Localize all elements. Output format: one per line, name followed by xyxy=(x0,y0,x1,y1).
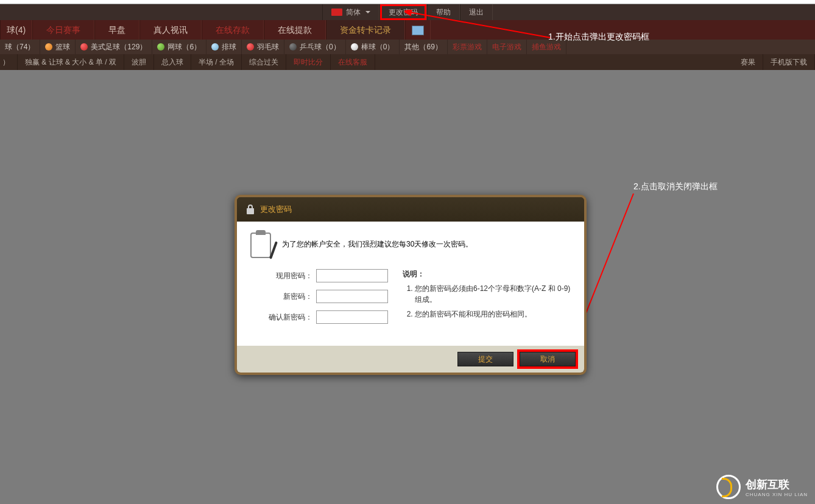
sub-score[interactable]: 波胆 xyxy=(124,54,154,70)
dialog-body: 为了您的帐户安全，我们强烈建议您每30天修改一次密码。 现用密码： 新密码： 确… xyxy=(237,222,584,346)
explain-item-2: 您的新密码不能和现用的密码相同。 xyxy=(415,309,573,320)
sport-badminton[interactable]: 羽毛球 xyxy=(242,40,284,54)
tennis-icon xyxy=(157,43,164,51)
new-password-input[interactable] xyxy=(316,290,388,303)
monitor-icon xyxy=(412,26,424,35)
sport-amfootball[interactable]: 美式足球（129） xyxy=(76,40,152,54)
change-password-label: 更改密码 xyxy=(389,4,418,20)
submit-button[interactable]: 提交 xyxy=(457,352,513,366)
annotation-text-2: 2.点击取消关闭弹出框 xyxy=(633,181,718,192)
sport-ball74[interactable]: 球（74） xyxy=(0,40,40,54)
sports-nav: 球（74） 篮球 美式足球（129） 网球（6） 排球 羽毛球 乒乓球（0） 棒… xyxy=(0,40,815,54)
amfootball-icon xyxy=(80,43,88,51)
main-tabs: 球(4) 今日赛事 早盘 真人视讯 在线存款 在线提款 资金转卡记录 xyxy=(0,20,815,40)
sub-totalgoal[interactable]: 总入球 xyxy=(154,54,191,70)
main-tab-ball[interactable]: 球(4) xyxy=(0,20,32,40)
sport-baseball[interactable]: 棒球（0） xyxy=(346,40,400,54)
sport-other[interactable]: 其他（69） xyxy=(400,40,447,54)
sub-nav-right: 赛果 手机版下载 xyxy=(733,54,815,70)
confirm-password-input[interactable] xyxy=(316,310,388,324)
form-left: 现用密码： 新密码： 确认新密码： xyxy=(248,269,388,331)
help-label: 帮助 xyxy=(436,4,451,20)
confirm-password-row: 确认新密码： xyxy=(248,310,388,324)
form-right: 说明： 您的新密码必须由6-12个字母和数字(A-Z 和 0-9)组成。 您的新… xyxy=(388,269,573,323)
exit-link[interactable]: 退出 xyxy=(460,4,493,20)
window-titlebar xyxy=(0,0,815,4)
sub-results[interactable]: 赛果 xyxy=(733,54,763,70)
current-password-input[interactable] xyxy=(316,269,388,282)
brand-logo-icon xyxy=(716,475,741,499)
confirm-password-label: 确认新密码： xyxy=(269,312,312,323)
sub-paren: ） xyxy=(0,54,18,70)
sub-livescore[interactable]: 即时比分 xyxy=(286,54,331,70)
brand-logo-text: 创新互联 CHUANG XIN HU LIAN xyxy=(746,477,808,497)
basketball-icon xyxy=(45,43,52,51)
sport-lottery[interactable]: 彩票游戏 xyxy=(448,40,487,54)
brand-logo: 创新互联 CHUANG XIN HU LIAN xyxy=(716,475,808,499)
current-password-row: 现用密码： xyxy=(248,269,388,282)
explain-list: 您的新密码必须由6-12个字母和数字(A-Z 和 0-9)组成。 您的新密码不能… xyxy=(403,283,573,320)
chevron-down-icon xyxy=(365,11,370,13)
dialog-header: 更改密码 xyxy=(237,197,584,222)
clipboard-icon xyxy=(248,230,273,258)
annotation-text-1: 1.开始点击弹出更改密码框 xyxy=(548,32,649,43)
sub-handicap[interactable]: 独赢 & 让球 & 大小 & 单 / 双 xyxy=(18,54,124,70)
new-password-label: 新密码： xyxy=(283,292,312,302)
top-nav: 简体 更改密码 帮助 退出 xyxy=(0,4,815,20)
help-link[interactable]: 帮助 xyxy=(427,4,460,20)
baseball-icon xyxy=(351,43,358,51)
volleyball-icon xyxy=(211,43,219,51)
main-tab-live[interactable]: 真人视讯 xyxy=(139,20,202,40)
main-tab-early[interactable]: 早盘 xyxy=(94,20,139,40)
change-password-link[interactable]: 更改密码 xyxy=(379,4,427,20)
main-tab-deposit[interactable]: 在线存款 xyxy=(202,20,264,40)
sub-nav: ） 独赢 & 让球 & 大小 & 单 / 双 波胆 总入球 半场 / 全场 综合… xyxy=(0,54,815,70)
sport-tennis[interactable]: 网球（6） xyxy=(152,40,206,54)
dialog-intro-text: 为了您的帐户安全，我们强烈建议您每30天修改一次密码。 xyxy=(282,239,473,250)
current-password-label: 现用密码： xyxy=(276,271,312,281)
app-root: 简体 更改密码 帮助 退出 球(4) 今日赛事 早盘 真人视讯 在线存款 在线提… xyxy=(0,0,815,504)
dialog-footer: 提交 取消 xyxy=(237,346,584,373)
main-tab-monitor[interactable] xyxy=(405,20,431,40)
sub-service[interactable]: 在线客服 xyxy=(331,54,375,70)
language-label: 简体 xyxy=(346,4,361,20)
main-tab-today[interactable]: 今日赛事 xyxy=(32,20,94,40)
pingpong-icon xyxy=(289,43,297,51)
exit-label: 退出 xyxy=(469,4,484,20)
main-tab-transfer[interactable]: 资金转卡记录 xyxy=(326,20,405,40)
badminton-icon xyxy=(247,43,254,51)
dialog-title: 更改密码 xyxy=(260,204,292,215)
sport-egame[interactable]: 电子游戏 xyxy=(487,40,527,54)
lock-icon xyxy=(245,204,255,215)
sport-basketball[interactable]: 篮球 xyxy=(40,40,76,54)
explain-title: 说明： xyxy=(403,269,573,279)
new-password-row: 新密码： xyxy=(248,290,388,303)
sport-pingpong[interactable]: 乒乓球（0） xyxy=(284,40,346,54)
dialog-intro: 为了您的帐户安全，我们强烈建议您每30天修改一次密码。 xyxy=(248,230,573,258)
sub-halffull[interactable]: 半场 / 全场 xyxy=(191,54,242,70)
dialog-form: 现用密码： 新密码： 确认新密码： 说明： 您的新密码必须由6 xyxy=(248,269,573,331)
sub-parlay[interactable]: 综合过关 xyxy=(242,54,286,70)
flag-icon xyxy=(331,9,342,16)
change-password-dialog: 更改密码 为了您的帐户安全，我们强烈建议您每30天修改一次密码。 现用密码： 新… xyxy=(235,195,587,375)
main-tab-withdraw[interactable]: 在线提款 xyxy=(264,20,326,40)
cancel-button[interactable]: 取消 xyxy=(520,352,576,366)
sport-volleyball[interactable]: 排球 xyxy=(206,40,242,54)
explain-item-1: 您的新密码必须由6-12个字母和数字(A-Z 和 0-9)组成。 xyxy=(415,283,573,305)
language-selector[interactable]: 简体 xyxy=(322,4,379,20)
sub-mobile[interactable]: 手机版下载 xyxy=(763,54,815,70)
